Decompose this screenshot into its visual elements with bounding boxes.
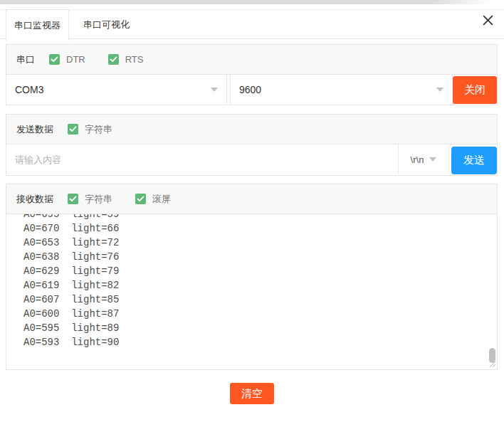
tab-serial-visualization[interactable]: 串口可视化 xyxy=(69,10,144,39)
check-icon xyxy=(69,126,77,132)
port-select-value: COM3 xyxy=(6,84,43,95)
rts-checkbox[interactable]: RTS xyxy=(108,54,144,65)
scroll-checkbox-box xyxy=(135,194,146,204)
serial-port-section: 串口 DTR RTS COM3 9600 关闭 xyxy=(6,44,498,105)
serial-data-line: A0=619 light=82 xyxy=(23,278,490,292)
check-icon xyxy=(51,56,58,63)
tab-bar: 串口监视器 串口可视化 xyxy=(0,9,504,39)
serial-data-line: A0=600 light=87 xyxy=(23,307,490,321)
serial-data-line: A0=629 light=79 xyxy=(23,264,490,278)
serial-data-line: A0=638 light=76 xyxy=(23,250,490,264)
dtr-checkbox-box xyxy=(49,54,60,65)
close-button[interactable] xyxy=(477,9,498,31)
scroll-checkbox[interactable]: 滚屏 xyxy=(135,193,171,206)
baud-select-value: 9600 xyxy=(231,84,261,95)
tab-serial-monitor[interactable]: 串口监视器 xyxy=(6,9,69,41)
serial-data-line: A0=670 light=66 xyxy=(23,221,490,236)
baud-select[interactable]: 9600 xyxy=(230,75,453,104)
receive-string-checkbox-label: 字符串 xyxy=(85,193,112,206)
serial-data-line: A0=595 light=89 xyxy=(23,321,490,335)
send-input-cell xyxy=(6,144,399,174)
scroll-checkbox-label: 滚屏 xyxy=(152,193,171,206)
line-ending-value: \r\n xyxy=(411,154,424,165)
resize-grip-icon[interactable] xyxy=(487,359,497,369)
chevron-down-icon xyxy=(429,157,436,162)
serial-data-line: A0=593 light=90 xyxy=(23,335,490,349)
dialog-top-edge xyxy=(0,0,504,4)
receive-textarea[interactable]: A0=695 light=59A0=670 light=66A0=653 lig… xyxy=(6,214,497,369)
close-icon xyxy=(482,14,494,26)
send-input[interactable] xyxy=(6,144,398,174)
chevron-down-icon xyxy=(211,88,218,92)
serial-data-line: A0=653 light=72 xyxy=(23,236,490,250)
receive-string-checkbox[interactable]: 字符串 xyxy=(68,193,112,206)
serial-port-header: 串口 DTR RTS xyxy=(6,45,497,75)
send-string-checkbox-label: 字符串 xyxy=(85,123,112,136)
serial-data-line: A0=695 light=59 xyxy=(23,214,490,221)
receive-data-label: 接收数据 xyxy=(16,193,53,206)
check-icon xyxy=(110,56,117,63)
receive-data-header: 接收数据 字符串 滚屏 xyxy=(6,184,497,214)
send-data-header: 发送数据 字符串 xyxy=(6,115,497,144)
send-string-checkbox[interactable]: 字符串 xyxy=(68,123,112,136)
dtr-checkbox-label: DTR xyxy=(66,54,85,65)
clear-button[interactable]: 清空 xyxy=(230,383,274,404)
send-data-row: \r\n 发送 xyxy=(6,144,497,174)
check-icon xyxy=(137,196,145,202)
line-ending-select[interactable]: \r\n xyxy=(399,144,449,174)
send-string-checkbox-box xyxy=(68,124,78,135)
port-select[interactable]: COM3 xyxy=(6,75,227,104)
send-button[interactable]: 发送 xyxy=(451,147,497,174)
rts-checkbox-label: RTS xyxy=(125,54,144,65)
send-data-label: 发送数据 xyxy=(16,123,53,136)
send-data-section: 发送数据 字符串 \r\n 发送 xyxy=(6,114,498,176)
serial-port-row: COM3 9600 关闭 xyxy=(6,75,497,104)
receive-string-checkbox-box xyxy=(68,194,78,204)
serial-data-line: A0=607 light=85 xyxy=(23,292,490,307)
receive-data-section: 接收数据 字符串 滚屏 A0=695 light=59A0=670 light=… xyxy=(6,184,498,370)
receive-data-lines: A0=695 light=59A0=670 light=66A0=653 lig… xyxy=(6,214,490,349)
dtr-checkbox[interactable]: DTR xyxy=(49,54,85,65)
close-port-button[interactable]: 关闭 xyxy=(453,76,497,104)
rts-checkbox-box xyxy=(108,54,119,65)
chevron-down-icon xyxy=(436,88,443,92)
serial-port-label: 串口 xyxy=(16,53,35,66)
check-icon xyxy=(69,196,77,202)
